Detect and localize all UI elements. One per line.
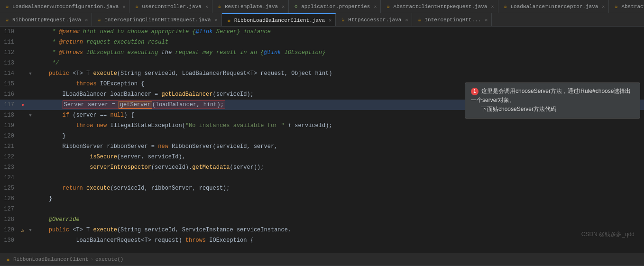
tab-close-icon[interactable]: ✕ bbox=[602, 4, 605, 9]
tab-UserController[interactable]: ☕ UserController.java ✕ bbox=[129, 0, 212, 13]
tab-label: AbstractBuffering... bbox=[621, 4, 644, 9]
tab-RibbonLoadBalancerClient[interactable]: ☕ RibbonLoadBalancerClient.java ✕ bbox=[222, 13, 336, 27]
tooltip-number: 1 bbox=[471, 88, 478, 95]
fold-icon[interactable]: ▼ bbox=[28, 228, 33, 233]
line-number: 116 bbox=[0, 91, 18, 98]
line-number: 114 bbox=[0, 70, 18, 77]
line-number: 126 bbox=[0, 195, 18, 202]
tab-label: LoadBalancerAutoConfiguration.java bbox=[12, 4, 119, 9]
java-file-icon: ☕ bbox=[5, 256, 11, 263]
fold-gutter: ▼ bbox=[28, 112, 34, 119]
line-number: 124 bbox=[0, 174, 18, 181]
tab-HttpAccessor[interactable]: ☕ HttpAccessor.java ✕ bbox=[336, 13, 412, 27]
code-line-114: 114 ▼ public <T> T execute(String servic… bbox=[0, 68, 644, 79]
line-content: * @param hint used to choose appropriate… bbox=[34, 28, 644, 35]
line-content: RibbonServer ribbonServer = new RibbonSe… bbox=[34, 143, 644, 150]
line-number: 111 bbox=[0, 39, 18, 46]
tab-LoadBalancerAutoConfiguration[interactable]: ☕ LoadBalancerAutoConfiguration.java ✕ bbox=[0, 0, 129, 13]
java-icon: ☕ bbox=[4, 17, 10, 23]
breadcrumb: ☕ RibbonLoadBalancerClient › execute() bbox=[0, 253, 644, 266]
tab-label: LoadBalancerInterceptor.java bbox=[511, 4, 598, 9]
code-line-125: 125 return execute(serviceId, ribbonServ… bbox=[0, 183, 644, 193]
line-content: serverIntrospector(serviceId).getMetadat… bbox=[34, 164, 644, 171]
code-line-122: 122 isSecure(server, serviceId), bbox=[0, 152, 644, 162]
java-icon: ☕ bbox=[416, 17, 423, 23]
tab-RestTemplate[interactable]: ☕ RestTemplate.java ✕ bbox=[212, 0, 289, 13]
fold-icon[interactable]: ▼ bbox=[28, 113, 33, 119]
watermark: CSDN @钱多多_qdd bbox=[581, 230, 635, 238]
fold-gutter: ▼ bbox=[28, 70, 34, 77]
line-number: 128 bbox=[0, 216, 18, 223]
line-number: 122 bbox=[0, 154, 18, 160]
code-line-130: 130 LoadBalancerRequest<T> request) thro… bbox=[0, 235, 644, 246]
tab-label: RibbonLoadBalancerClient.java bbox=[234, 18, 325, 23]
java-icon: ☕ bbox=[96, 17, 102, 23]
code-line-112: 112 * @throws IOException executing the … bbox=[0, 47, 644, 58]
line-content: LoadBalancerRequest<T> request) throws I… bbox=[34, 237, 644, 244]
tab-bar-top: ☕ LoadBalancerAutoConfiguration.java ✕ ☕… bbox=[0, 0, 644, 13]
code-line-124: 124 bbox=[0, 173, 644, 183]
java-icon: ☕ bbox=[502, 3, 509, 10]
line-number: 112 bbox=[0, 49, 18, 56]
code-line-123: 123 serverIntrospector(serviceId).getMet… bbox=[0, 162, 644, 173]
editor-area: 110 * @param hint used to choose appropr… bbox=[0, 27, 644, 253]
tab-label: RestTemplate.java bbox=[225, 4, 278, 9]
tooltip-line2: 下面贴chooseServer方法代码 bbox=[471, 106, 556, 112]
tab-label: application.properties bbox=[301, 4, 370, 9]
line-content: @Override bbox=[34, 216, 644, 223]
code-line-113: 113 */ bbox=[0, 58, 644, 68]
line-content: */ bbox=[34, 60, 644, 66]
java-icon: ☕ bbox=[4, 3, 10, 10]
line-content: } bbox=[34, 195, 644, 202]
java-icon: ☕ bbox=[385, 3, 391, 10]
code-line-129: 129 ⚠ ▼ public <T> T execute(String serv… bbox=[0, 225, 644, 235]
java-icon: ☕ bbox=[133, 3, 140, 10]
line-number: 121 bbox=[0, 143, 18, 150]
line-content: isSecure(server, serviceId), bbox=[34, 154, 644, 160]
tab-application-properties[interactable]: ⚙ application.properties ✕ bbox=[289, 0, 381, 13]
java-icon: ☕ bbox=[613, 3, 619, 10]
code-line-119: 119 throw new IllegalStateException("No … bbox=[0, 120, 644, 131]
breadcrumb-file: RibbonLoadBalancerClient bbox=[13, 257, 88, 262]
tab-InterceptingHtt[interactable]: ☕ InterceptingHtt... ✕ bbox=[412, 13, 492, 27]
line-content: public <T> T execute(String serviceId, S… bbox=[34, 227, 644, 233]
line-number: 110 bbox=[0, 28, 18, 35]
line-content: return execute(serviceId, ribbonServer, … bbox=[34, 185, 644, 192]
tab-AbstractClientHttpRequest[interactable]: ☕ AbstractClientHttpRequest.java ✕ bbox=[381, 0, 498, 13]
tab-InterceptingClientHttpRequest[interactable]: ☕ InterceptingClientHttpRequest.java ✕ bbox=[92, 13, 221, 27]
tab-close-icon[interactable]: ✕ bbox=[215, 17, 218, 23]
fold-gutter: ▼ bbox=[28, 227, 34, 233]
tab-label: HttpAccessor.java bbox=[348, 17, 401, 23]
tab-close-icon[interactable]: ✕ bbox=[485, 17, 488, 23]
tab-close-icon[interactable]: ✕ bbox=[205, 4, 208, 9]
code-line-121: 121 RibbonServer ribbonServer = new Ribb… bbox=[0, 141, 644, 152]
tab-close-icon[interactable]: ✕ bbox=[374, 4, 377, 9]
tab-close-icon[interactable]: ✕ bbox=[491, 4, 494, 9]
breadcrumb-method: execute() bbox=[95, 257, 123, 262]
line-gutter: ● bbox=[18, 102, 28, 108]
code-line-111: 111 * @return request execution result bbox=[0, 37, 644, 47]
tab-close-icon[interactable]: ✕ bbox=[85, 17, 88, 23]
line-number: 123 bbox=[0, 164, 18, 171]
line-number: 120 bbox=[0, 133, 18, 139]
code-line-128: 128 @Override bbox=[0, 214, 644, 225]
line-content: * @throws IOException executing the requ… bbox=[34, 49, 644, 56]
code-line-126: 126 } bbox=[0, 193, 644, 204]
line-content: * @return request execution result bbox=[34, 39, 644, 46]
line-number: 117 bbox=[0, 101, 18, 108]
tab-close-icon[interactable]: ✕ bbox=[329, 18, 331, 23]
tab-LoadBalancerInterceptor[interactable]: ☕ LoadBalancerInterceptor.java ✕ bbox=[498, 0, 609, 13]
line-number: 130 bbox=[0, 237, 18, 244]
tab-close-icon[interactable]: ✕ bbox=[122, 4, 125, 9]
tooltip-line1: 这里是会调用chooseServer方法，通过IRule#choose选择出一个… bbox=[471, 88, 631, 103]
fold-icon[interactable]: ▼ bbox=[28, 71, 33, 77]
line-number: 127 bbox=[0, 206, 18, 212]
tab-AbstractBuffering[interactable]: ☕ AbstractBuffering... ✕ bbox=[609, 0, 644, 13]
tab-RibbonHttpRequest[interactable]: ☕ RibbonHttpRequest.java ✕ bbox=[0, 13, 92, 27]
tab-label: InterceptingClientHttpRequest.java bbox=[104, 17, 211, 23]
code-line-127: 127 bbox=[0, 204, 644, 214]
code-line-120: 120 } bbox=[0, 131, 644, 141]
tab-close-icon[interactable]: ✕ bbox=[405, 17, 408, 23]
tab-close-icon[interactable]: ✕ bbox=[282, 4, 285, 9]
line-number: 129 bbox=[0, 227, 18, 233]
